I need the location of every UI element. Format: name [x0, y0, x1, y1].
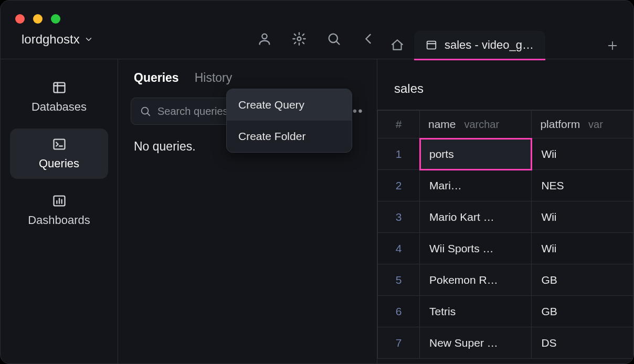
sidebar-item-databases[interactable]: Databases — [10, 72, 108, 122]
table-row[interactable]: 5Pokemon R…GB — [378, 264, 633, 296]
sidebar-item-label: Queries — [39, 157, 79, 170]
document-tabs: sales - video_g… — [381, 30, 627, 60]
breadcrumb: sales — [377, 59, 633, 110]
search-button[interactable] — [326, 31, 342, 47]
terminal-icon — [52, 137, 67, 152]
cell-name[interactable]: Mario Kart … — [420, 201, 532, 233]
cell-platform[interactable]: Wii — [532, 138, 633, 170]
table-row[interactable]: 4Wii Sports …Wii — [378, 233, 633, 264]
minimize-window-button[interactable] — [33, 14, 43, 24]
table-row[interactable]: 1portsWii — [378, 138, 633, 170]
table-row[interactable]: 7New Super …DS — [378, 327, 633, 359]
cell-name[interactable]: Pokemon R… — [420, 264, 532, 296]
sidebar-item-dashboards[interactable]: Dashboards — [10, 185, 108, 235]
account-button[interactable] — [257, 31, 272, 47]
document-panel: sales # name varchar platform var — [377, 59, 633, 363]
chart-icon — [52, 194, 67, 208]
row-number-cell[interactable]: 1 — [378, 138, 420, 170]
svg-point-1 — [298, 37, 301, 41]
context-menu-create-query[interactable]: Create Query — [227, 89, 352, 121]
window-controls — [15, 14, 60, 24]
cell-platform[interactable]: GB — [532, 264, 633, 296]
table-row[interactable]: 6TetrisGB — [378, 296, 633, 327]
column-header-name[interactable]: name varchar — [420, 111, 532, 138]
chevron-down-icon — [84, 35, 93, 44]
left-sidebar: Databases Queries Dashboards — [1, 59, 118, 363]
row-number-cell[interactable]: 4 — [378, 233, 420, 264]
plus-icon — [607, 40, 618, 51]
cell-name[interactable]: New Super … — [420, 327, 532, 359]
svg-rect-5 — [54, 140, 65, 149]
workspace-name: lordghostx — [22, 32, 80, 47]
column-header-platform[interactable]: platform var — [532, 111, 633, 138]
sidebar-item-label: Dashboards — [28, 213, 90, 227]
gear-icon — [292, 31, 307, 46]
row-number-cell[interactable]: 6 — [378, 296, 420, 327]
cell-name[interactable]: Tetris — [420, 296, 532, 327]
cell-name[interactable]: Wii Sports … — [420, 233, 532, 264]
active-tab-label: sales - video_g… — [445, 38, 534, 52]
cell-name[interactable]: ports — [420, 138, 532, 170]
svg-point-0 — [262, 34, 267, 39]
row-number-cell[interactable]: 2 — [378, 170, 420, 201]
row-number-cell[interactable]: 7 — [378, 327, 420, 359]
svg-rect-3 — [427, 41, 436, 49]
cell-platform[interactable]: DS — [532, 327, 633, 359]
sidebar-item-label: Databases — [31, 100, 87, 114]
tab-history[interactable]: History — [195, 71, 233, 85]
cell-name[interactable]: Mari… — [420, 170, 532, 201]
table-row[interactable]: 3Mario Kart …Wii — [378, 201, 633, 233]
tab-queries[interactable]: Queries — [134, 71, 179, 85]
chevron-left-icon — [361, 31, 376, 46]
active-tab[interactable]: sales - video_g… — [414, 31, 545, 60]
svg-rect-4 — [54, 83, 65, 93]
app-window: lordghostx sales - video_g… — [0, 0, 634, 364]
new-tab-button[interactable] — [598, 31, 627, 60]
maximize-window-button[interactable] — [51, 14, 60, 24]
cell-platform[interactable]: Wii — [532, 233, 633, 264]
home-tab[interactable] — [381, 31, 414, 60]
table-icon — [426, 39, 437, 51]
search-icon — [140, 105, 151, 117]
close-window-button[interactable] — [15, 14, 25, 24]
row-number-header[interactable]: # — [378, 111, 420, 138]
results-table: # name varchar platform var 1portsWii2Ma… — [377, 110, 633, 359]
row-number-cell[interactable]: 5 — [378, 264, 420, 296]
context-menu-create-folder[interactable]: Create Folder — [227, 121, 352, 152]
home-icon — [390, 38, 404, 52]
back-button[interactable] — [361, 31, 376, 47]
row-number-cell[interactable]: 3 — [378, 201, 420, 233]
data-grid[interactable]: # name varchar platform var 1portsWii2Ma… — [377, 110, 633, 363]
sidebar-item-queries[interactable]: Queries — [10, 129, 108, 179]
database-icon — [52, 80, 67, 95]
settings-button[interactable] — [291, 31, 307, 47]
top-toolbar — [257, 31, 376, 47]
context-menu: Create Query Create Folder — [226, 89, 352, 153]
table-row[interactable]: 2Mari…NES — [378, 170, 633, 201]
workspace-selector[interactable]: lordghostx — [22, 32, 93, 47]
user-icon — [257, 31, 272, 46]
titlebar: lordghostx sales - video_g… — [1, 1, 633, 59]
search-icon — [326, 31, 341, 46]
cell-platform[interactable]: GB — [532, 296, 633, 327]
cell-platform[interactable]: Wii — [532, 201, 633, 233]
cell-platform[interactable]: NES — [532, 170, 633, 201]
